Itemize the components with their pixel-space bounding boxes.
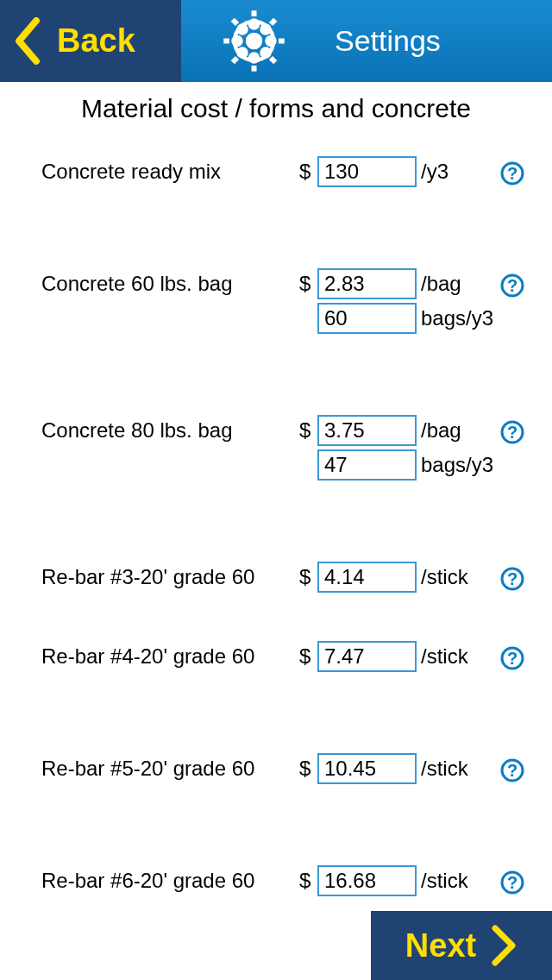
- material-row: Concrete 80 lbs. bag $ /bag bags/y3 ?: [41, 415, 509, 484]
- svg-line-15: [271, 58, 275, 62]
- page-title: Settings: [335, 24, 441, 58]
- svg-point-7: [262, 26, 270, 34]
- material-row: Re-bar #4-20' grade 60 $ /stick ?: [41, 641, 509, 675]
- svg-line-17: [271, 20, 275, 24]
- cost-input[interactable]: [317, 641, 417, 672]
- cost-input[interactable]: [317, 415, 417, 446]
- material-label: Concrete 60 lbs. bag: [41, 272, 232, 296]
- currency-symbol: $: [299, 272, 310, 296]
- unit-label: /stick: [421, 565, 468, 589]
- svg-text:?: ?: [507, 164, 518, 183]
- help-button[interactable]: ?: [500, 646, 524, 670]
- material-rows: Concrete ready mix $ /y3 ? Concrete 60 l…: [0, 156, 552, 900]
- svg-line-16: [233, 58, 237, 62]
- material-row: Concrete ready mix $ /y3 ?: [41, 156, 509, 191]
- unit-label: /stick: [421, 644, 468, 669]
- unit-label-2: bags/y3: [421, 453, 493, 477]
- bags-input[interactable]: [317, 449, 417, 481]
- currency-symbol: $: [299, 644, 310, 669]
- svg-text:?: ?: [507, 423, 518, 442]
- help-button[interactable]: ?: [500, 758, 524, 782]
- material-row: Re-bar #5-20' grade 60 $ /stick ?: [41, 753, 509, 788]
- chevron-left-icon: [12, 17, 41, 65]
- material-label: Re-bar #6-20' grade 60: [41, 869, 254, 893]
- unit-label: /stick: [421, 757, 468, 781]
- gear-icon: [222, 9, 286, 73]
- material-row: Re-bar #6-20' grade 60 $ /stick ?: [41, 865, 509, 900]
- back-label: Back: [57, 22, 135, 60]
- help-button[interactable]: ?: [500, 567, 524, 591]
- material-label: Concrete ready mix: [41, 160, 221, 184]
- help-button[interactable]: ?: [500, 273, 524, 298]
- bags-input[interactable]: [317, 303, 417, 334]
- next-button[interactable]: Next: [371, 911, 552, 980]
- currency-symbol: $: [299, 565, 310, 589]
- page-subtitle: Material cost / forms and concrete: [0, 94, 552, 123]
- currency-symbol: $: [299, 418, 310, 443]
- svg-point-5: [267, 37, 275, 45]
- currency-symbol: $: [299, 869, 310, 893]
- svg-point-2: [250, 21, 258, 28]
- help-icon: ?: [500, 273, 524, 298]
- help-icon: ?: [500, 420, 524, 444]
- svg-text:?: ?: [507, 276, 518, 295]
- material-label: Concrete 80 lbs. bag: [41, 418, 232, 443]
- help-icon: ?: [500, 161, 524, 185]
- svg-point-4: [234, 37, 242, 45]
- help-icon: ?: [500, 758, 524, 782]
- material-label: Re-bar #3-20' grade 60: [41, 565, 254, 589]
- svg-text:?: ?: [507, 761, 518, 780]
- unit-label: /stick: [421, 869, 468, 893]
- svg-text:?: ?: [507, 873, 518, 892]
- material-label: Re-bar #4-20' grade 60: [41, 644, 254, 669]
- help-icon: ?: [500, 646, 524, 670]
- svg-point-8: [239, 49, 247, 57]
- cost-input[interactable]: [317, 753, 417, 784]
- unit-label: /y3: [421, 160, 448, 184]
- chevron-right-icon: [492, 925, 518, 966]
- material-label: Re-bar #5-20' grade 60: [41, 757, 254, 781]
- svg-text:?: ?: [507, 649, 518, 668]
- svg-point-1: [248, 35, 260, 47]
- next-label: Next: [405, 927, 476, 964]
- svg-point-6: [239, 26, 247, 34]
- svg-point-3: [250, 54, 258, 62]
- svg-text:?: ?: [507, 569, 518, 588]
- currency-symbol: $: [299, 160, 310, 184]
- header-bar: Back: [0, 0, 552, 82]
- svg-point-9: [262, 49, 270, 57]
- cost-input[interactable]: [317, 865, 417, 896]
- unit-label: /bag: [421, 272, 461, 296]
- cost-input[interactable]: [317, 156, 417, 187]
- cost-input[interactable]: [317, 562, 417, 593]
- unit-label: /bag: [421, 418, 461, 443]
- help-icon: ?: [500, 567, 524, 591]
- back-button[interactable]: Back: [0, 0, 181, 82]
- help-button[interactable]: ?: [500, 870, 524, 895]
- help-button[interactable]: ?: [500, 161, 524, 185]
- unit-label-2: bags/y3: [421, 306, 493, 330]
- help-icon: ?: [500, 870, 524, 895]
- help-button[interactable]: ?: [500, 420, 524, 444]
- material-row: Re-bar #3-20' grade 60 $ /stick ?: [41, 562, 509, 596]
- cost-input[interactable]: [317, 268, 417, 299]
- material-row: Concrete 60 lbs. bag $ /bag bags/y3 ?: [41, 268, 509, 337]
- currency-symbol: $: [299, 757, 310, 781]
- svg-line-14: [233, 20, 237, 24]
